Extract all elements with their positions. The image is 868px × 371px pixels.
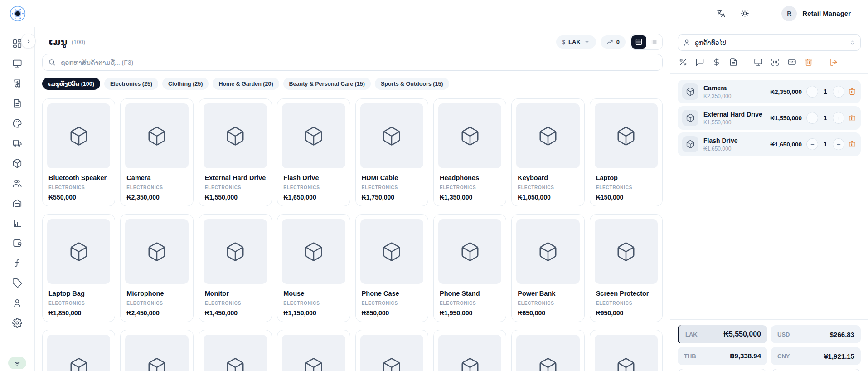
sidebar-item-documents[interactable] <box>12 98 22 108</box>
product-card[interactable]: Screen ProtectorELECTRONICS₭950,000 <box>590 214 663 322</box>
languages-icon <box>717 9 725 18</box>
sidebar-item-reports[interactable] <box>12 218 22 228</box>
package-icon <box>538 126 558 146</box>
product-card[interactable]: MouseELECTRONICS₭1,150,000 <box>277 214 350 322</box>
product-card[interactable]: External Hard DriveELECTRONICS₭1,550,000 <box>199 98 272 206</box>
total-lak[interactable]: LAK₭5,550,000 <box>678 325 767 343</box>
remove-item-button[interactable] <box>848 140 856 148</box>
currency-code: LAK <box>568 39 581 45</box>
product-price: ₭1,050,000 <box>518 194 578 201</box>
trash-action-button[interactable] <box>804 58 813 67</box>
product-card[interactable]: CameraELECTRONICS₭2,350,000 <box>120 98 193 206</box>
product-card[interactable]: MonitorELECTRONICS₭1,450,000 <box>199 214 272 322</box>
monitor-action-button[interactable] <box>754 58 763 67</box>
language-button[interactable] <box>717 9 725 18</box>
product-card-partial[interactable] <box>120 330 193 371</box>
product-price: ₭1,350,000 <box>440 194 500 201</box>
remove-item-button[interactable] <box>848 114 856 122</box>
minus-icon <box>810 115 815 121</box>
decrease-qty-button[interactable] <box>806 86 818 98</box>
dollar-action-button[interactable] <box>712 58 721 67</box>
app-logo-icon <box>10 5 26 22</box>
customer-select[interactable]: ລູກຄ້າທົ່ວໄປ <box>678 34 861 51</box>
cart-item-controls: ₭2,350,0001 <box>770 86 856 98</box>
theme-toggle-button[interactable] <box>741 9 749 18</box>
app-logo[interactable] <box>0 5 35 22</box>
package-icon <box>460 357 480 371</box>
sidebar-item-wallet[interactable] <box>12 238 22 248</box>
product-card-partial[interactable] <box>590 330 663 371</box>
increase-qty-button[interactable] <box>833 112 844 124</box>
product-card-partial[interactable] <box>433 330 506 371</box>
category-chip[interactable]: Beauty & Personal Care (15) <box>283 78 371 90</box>
product-card[interactable]: LaptopELECTRONICS₭150,000 <box>590 98 663 206</box>
product-card[interactable]: Laptop BagELECTRONICS₭1,850,000 <box>42 214 115 322</box>
product-card-partial[interactable] <box>199 330 272 371</box>
product-image-placeholder <box>516 219 579 284</box>
message-action-button[interactable] <box>695 58 704 67</box>
product-card-partial[interactable] <box>511 330 584 371</box>
product-card[interactable]: Phone CaseELECTRONICS₭850,000 <box>355 214 428 322</box>
product-card[interactable]: Power BankELECTRONICS₭650,000 <box>511 214 584 322</box>
product-price: ₭550,000 <box>48 194 109 201</box>
decrease-qty-button[interactable] <box>806 138 818 150</box>
product-card[interactable]: Flash DriveELECTRONICS₭1,650,000 <box>277 98 350 206</box>
sidebar-item-customers[interactable] <box>12 178 22 188</box>
minus-icon <box>810 142 815 147</box>
sidebar-item-warehouse[interactable] <box>12 198 22 208</box>
cart-item-thumb <box>682 136 698 152</box>
product-card[interactable]: Bluetooth SpeakerELECTRONICS₭550,000 <box>42 98 115 206</box>
increase-qty-button[interactable] <box>833 86 844 98</box>
list-view-button[interactable] <box>646 35 661 49</box>
sidebar-item-finance[interactable] <box>12 258 22 268</box>
sidebar-item-settings[interactable] <box>12 318 22 328</box>
currency-selector-button[interactable]: $ LAK <box>556 35 596 49</box>
keyboard-action-button[interactable] <box>787 58 796 67</box>
sidebar-item-appearance[interactable] <box>12 118 22 128</box>
product-image-placeholder <box>47 335 110 371</box>
percent-action-button[interactable] <box>679 58 688 67</box>
title-row: ເມນູ (100) $ LAK 0 <box>42 34 663 49</box>
sidebar-item-products[interactable] <box>12 158 22 168</box>
sidebar-item-profile[interactable] <box>12 298 22 308</box>
category-chip[interactable]: Electronics (25) <box>104 78 158 90</box>
product-card[interactable]: Phone StandELECTRONICS₭1,950,000 <box>433 214 506 322</box>
sidebar-item-receipts[interactable] <box>12 78 22 88</box>
product-card-partial[interactable] <box>42 330 115 371</box>
product-price: ₭2,450,000 <box>126 309 187 317</box>
cart-actions-row <box>678 57 861 68</box>
product-card[interactable]: KeyboardELECTRONICS₭1,050,000 <box>511 98 584 206</box>
sidebar-item-pos-display[interactable] <box>12 59 22 68</box>
action-button-partial[interactable] <box>771 369 861 371</box>
category-chip[interactable]: Home & Garden (20) <box>213 78 279 90</box>
search-input[interactable] <box>60 59 657 67</box>
product-category: ELECTRONICS <box>48 301 109 306</box>
total-thb[interactable]: THB฿9,338.94 <box>678 347 767 365</box>
sidebar-expand-button[interactable] <box>21 34 36 49</box>
scan-barcode-action-button[interactable] <box>771 58 780 67</box>
category-chip[interactable]: Clothing (25) <box>162 78 209 90</box>
action-button-partial[interactable] <box>678 369 767 371</box>
trend-badge[interactable]: 0 <box>601 35 626 49</box>
product-card[interactable]: MicrophoneELECTRONICS₭2,450,000 <box>120 214 193 322</box>
sidebar-item-delivery[interactable] <box>12 138 22 148</box>
total-cny[interactable]: CNY¥1,921.15 <box>771 347 861 365</box>
increase-qty-button[interactable] <box>833 138 844 150</box>
product-card-partial[interactable] <box>355 330 428 371</box>
product-card[interactable]: HDMI CableELECTRONICS₭1,750,000 <box>355 98 428 206</box>
grid-view-button[interactable] <box>631 35 646 49</box>
total-currency-code: CNY <box>777 353 790 360</box>
product-card[interactable]: HeadphonesELECTRONICS₭1,350,000 <box>433 98 506 206</box>
sidebar-item-tags[interactable] <box>12 278 22 288</box>
search-icon <box>48 59 56 66</box>
category-chip[interactable]: ເມນູທັງໝົດ (100) <box>42 78 100 90</box>
decrease-qty-button[interactable] <box>806 112 818 124</box>
file-text-action-button[interactable] <box>729 58 738 67</box>
product-card-partial[interactable] <box>277 330 350 371</box>
user-menu[interactable]: R Retail Manager <box>781 6 851 21</box>
trash-icon <box>804 58 813 67</box>
log-out-action-button[interactable] <box>829 58 838 67</box>
remove-item-button[interactable] <box>848 88 856 96</box>
category-chip[interactable]: Sports & Outdoors (15) <box>375 78 449 90</box>
total-usd[interactable]: USD$266.83 <box>771 325 861 343</box>
